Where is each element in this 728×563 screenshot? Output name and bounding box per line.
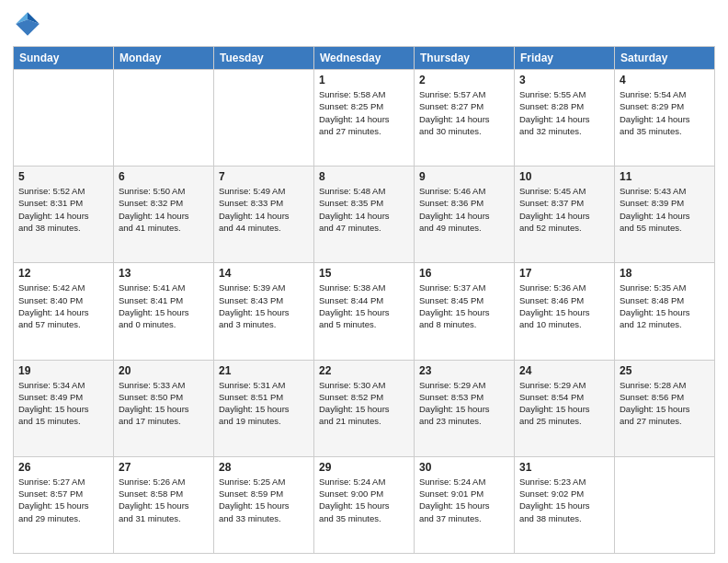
day-number: 10 [519,170,609,183]
day-number: 11 [620,170,710,183]
day-info: Sunrise: 5:23 AM Sunset: 9:02 PM Dayligh… [519,476,609,524]
day-number: 29 [319,461,409,474]
calendar-cell: 13Sunrise: 5:41 AM Sunset: 8:41 PM Dayli… [114,263,214,360]
calendar-cell: 14Sunrise: 5:39 AM Sunset: 8:43 PM Dayli… [214,263,314,360]
day-info: Sunrise: 5:58 AM Sunset: 8:25 PM Dayligh… [319,88,409,137]
day-info: Sunrise: 5:37 AM Sunset: 8:45 PM Dayligh… [419,282,509,330]
day-info: Sunrise: 5:43 AM Sunset: 8:39 PM Dayligh… [620,185,710,234]
header [13,9,715,39]
day-number: 15 [319,267,409,280]
day-info: Sunrise: 5:39 AM Sunset: 8:43 PM Dayligh… [219,282,309,330]
day-number: 22 [319,364,409,377]
calendar-cell: 10Sunrise: 5:45 AM Sunset: 8:37 PM Dayli… [515,167,615,263]
calendar-cell: 18Sunrise: 5:35 AM Sunset: 8:48 PM Dayli… [615,263,715,360]
day-number: 27 [119,461,209,474]
calendar-week-5: 26Sunrise: 5:27 AM Sunset: 8:57 PM Dayli… [14,456,715,553]
calendar-week-4: 19Sunrise: 5:34 AM Sunset: 8:49 PM Dayli… [14,360,715,456]
day-number: 16 [419,267,509,280]
day-info: Sunrise: 5:38 AM Sunset: 8:44 PM Dayligh… [319,282,409,330]
weekday-header-friday: Friday [515,47,615,70]
day-info: Sunrise: 5:49 AM Sunset: 8:33 PM Dayligh… [219,185,309,234]
calendar-cell: 20Sunrise: 5:33 AM Sunset: 8:50 PM Dayli… [114,360,214,456]
day-info: Sunrise: 5:28 AM Sunset: 8:56 PM Dayligh… [620,379,710,428]
day-number: 26 [18,461,108,474]
day-number: 31 [519,461,609,474]
day-number: 13 [119,267,209,280]
day-number: 8 [319,170,409,183]
calendar-cell [214,70,314,167]
calendar-week-2: 5Sunrise: 5:52 AM Sunset: 8:31 PM Daylig… [14,167,715,263]
calendar-cell: 21Sunrise: 5:31 AM Sunset: 8:51 PM Dayli… [214,360,314,456]
day-info: Sunrise: 5:24 AM Sunset: 9:00 PM Dayligh… [319,476,409,524]
day-number: 2 [419,74,509,86]
calendar-cell: 23Sunrise: 5:29 AM Sunset: 8:53 PM Dayli… [415,360,515,456]
calendar-cell: 31Sunrise: 5:23 AM Sunset: 9:02 PM Dayli… [515,456,615,553]
day-number: 1 [319,74,409,86]
day-info: Sunrise: 5:24 AM Sunset: 9:01 PM Dayligh… [419,476,509,524]
calendar-cell: 1Sunrise: 5:58 AM Sunset: 8:25 PM Daylig… [314,70,415,167]
day-number: 23 [419,364,509,377]
logo [13,9,46,39]
calendar-cell: 9Sunrise: 5:46 AM Sunset: 8:36 PM Daylig… [415,167,515,263]
day-number: 30 [419,461,509,474]
weekday-header-wednesday: Wednesday [314,47,415,70]
calendar-cell: 28Sunrise: 5:25 AM Sunset: 8:59 PM Dayli… [214,456,314,553]
weekday-header-tuesday: Tuesday [214,47,314,70]
day-info: Sunrise: 5:52 AM Sunset: 8:31 PM Dayligh… [18,185,108,234]
weekday-header-monday: Monday [114,47,214,70]
day-info: Sunrise: 5:31 AM Sunset: 8:51 PM Dayligh… [219,379,309,428]
calendar-cell: 12Sunrise: 5:42 AM Sunset: 8:40 PM Dayli… [14,263,114,360]
day-info: Sunrise: 5:29 AM Sunset: 8:54 PM Dayligh… [519,379,609,428]
day-number: 20 [119,364,209,377]
day-number: 5 [18,170,108,183]
day-number: 19 [18,364,108,377]
day-number: 18 [620,267,710,280]
calendar-cell: 26Sunrise: 5:27 AM Sunset: 8:57 PM Dayli… [14,456,114,553]
calendar-cell: 16Sunrise: 5:37 AM Sunset: 8:45 PM Dayli… [415,263,515,360]
day-info: Sunrise: 5:26 AM Sunset: 8:58 PM Dayligh… [119,476,209,524]
calendar-table: SundayMondayTuesdayWednesdayThursdayFrid… [13,46,715,554]
calendar-cell: 6Sunrise: 5:50 AM Sunset: 8:32 PM Daylig… [114,167,214,263]
calendar-cell: 5Sunrise: 5:52 AM Sunset: 8:31 PM Daylig… [14,167,114,263]
day-number: 21 [219,364,309,377]
day-info: Sunrise: 5:54 AM Sunset: 8:29 PM Dayligh… [620,88,710,137]
calendar-cell: 22Sunrise: 5:30 AM Sunset: 8:52 PM Dayli… [314,360,415,456]
day-number: 7 [219,170,309,183]
day-info: Sunrise: 5:27 AM Sunset: 8:57 PM Dayligh… [18,476,108,524]
day-number: 14 [219,267,309,280]
logo-icon [13,9,42,39]
calendar-cell: 4Sunrise: 5:54 AM Sunset: 8:29 PM Daylig… [615,70,715,167]
calendar-cell [14,70,114,167]
calendar-cell: 17Sunrise: 5:36 AM Sunset: 8:46 PM Dayli… [515,263,615,360]
day-info: Sunrise: 5:29 AM Sunset: 8:53 PM Dayligh… [419,379,509,428]
day-info: Sunrise: 5:42 AM Sunset: 8:40 PM Dayligh… [18,282,108,330]
day-info: Sunrise: 5:33 AM Sunset: 8:50 PM Dayligh… [119,379,209,428]
weekday-header-sunday: Sunday [14,47,114,70]
calendar-cell: 2Sunrise: 5:57 AM Sunset: 8:27 PM Daylig… [415,70,515,167]
page: SundayMondayTuesdayWednesdayThursdayFrid… [0,0,728,563]
day-info: Sunrise: 5:35 AM Sunset: 8:48 PM Dayligh… [620,282,710,330]
day-info: Sunrise: 5:50 AM Sunset: 8:32 PM Dayligh… [119,185,209,234]
day-info: Sunrise: 5:48 AM Sunset: 8:35 PM Dayligh… [319,185,409,234]
day-number: 24 [519,364,609,377]
day-number: 3 [519,74,609,86]
day-info: Sunrise: 5:46 AM Sunset: 8:36 PM Dayligh… [419,185,509,234]
day-info: Sunrise: 5:30 AM Sunset: 8:52 PM Dayligh… [319,379,409,428]
weekday-header-row: SundayMondayTuesdayWednesdayThursdayFrid… [14,47,715,70]
day-number: 28 [219,461,309,474]
day-number: 17 [519,267,609,280]
calendar-cell [114,70,214,167]
day-number: 9 [419,170,509,183]
calendar-week-1: 1Sunrise: 5:58 AM Sunset: 8:25 PM Daylig… [14,70,715,167]
day-info: Sunrise: 5:57 AM Sunset: 8:27 PM Dayligh… [419,88,509,137]
calendar-cell: 24Sunrise: 5:29 AM Sunset: 8:54 PM Dayli… [515,360,615,456]
calendar-cell: 27Sunrise: 5:26 AM Sunset: 8:58 PM Dayli… [114,456,214,553]
calendar-cell: 7Sunrise: 5:49 AM Sunset: 8:33 PM Daylig… [214,167,314,263]
day-number: 4 [620,74,710,86]
calendar-cell [615,456,715,553]
weekday-header-saturday: Saturday [615,47,715,70]
calendar-cell: 30Sunrise: 5:24 AM Sunset: 9:01 PM Dayli… [415,456,515,553]
calendar-cell: 15Sunrise: 5:38 AM Sunset: 8:44 PM Dayli… [314,263,415,360]
day-number: 25 [620,364,710,377]
calendar-week-3: 12Sunrise: 5:42 AM Sunset: 8:40 PM Dayli… [14,263,715,360]
